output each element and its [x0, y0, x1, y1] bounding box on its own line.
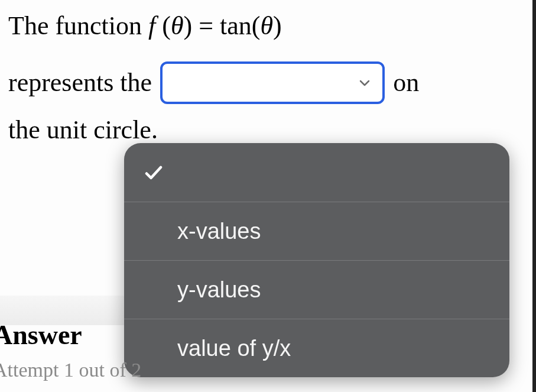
- select-dropdown: x-values y-values value of y/x: [124, 143, 509, 377]
- dropdown-option-blank[interactable]: [124, 143, 509, 202]
- dropdown-option-label: value of y/x: [177, 336, 291, 361]
- dropdown-option-y-values[interactable]: y-values: [124, 260, 509, 319]
- check-icon: [143, 162, 164, 183]
- dropdown-option-value-of-y-over-x[interactable]: value of y/x: [124, 319, 509, 377]
- question-block: The function f (θ) = tan(θ) represents t…: [0, 0, 536, 150]
- answer-section: Answer Attempt 1 out of 2: [0, 319, 170, 381]
- answer-heading: Answer: [0, 319, 170, 351]
- question-prefix: The function: [8, 11, 148, 40]
- text-before-select: represents the: [8, 63, 152, 103]
- question-line-2: represents the on: [8, 61, 524, 104]
- math-expression: f (θ) = tan(θ): [148, 11, 282, 40]
- chevron-down-icon: [358, 76, 372, 90]
- question-line-1: The function f (θ) = tan(θ): [8, 6, 524, 46]
- attempt-counter: Attempt 1 out of 2: [0, 359, 170, 381]
- dropdown-option-label: x-values: [177, 219, 261, 244]
- dropdown-option-label: y-values: [177, 277, 261, 303]
- dropdown-option-x-values[interactable]: x-values: [124, 202, 509, 260]
- answer-select[interactable]: [160, 61, 385, 104]
- text-after-select: on: [393, 63, 419, 103]
